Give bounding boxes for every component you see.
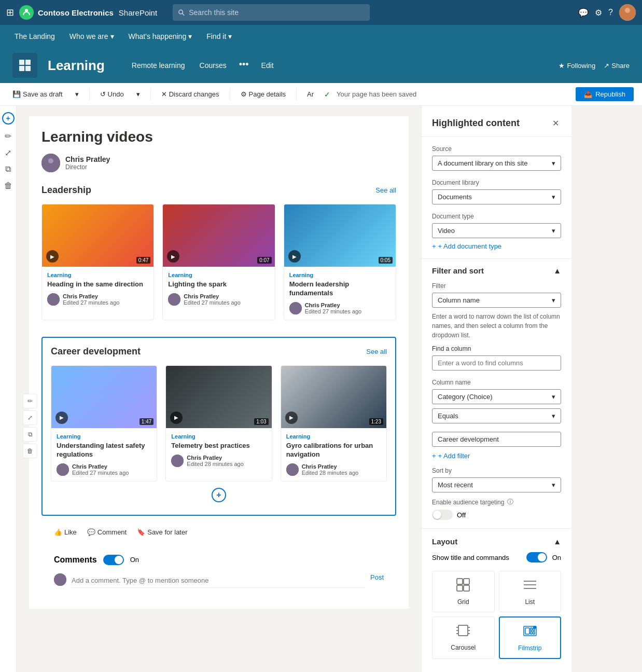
filter-dropdown[interactable]: Column name ▾ xyxy=(432,293,561,308)
filter-value-input[interactable] xyxy=(432,432,561,447)
comment-input[interactable] xyxy=(72,573,365,588)
section-copy-btn[interactable]: ⧉ xyxy=(23,427,37,442)
card-safety[interactable]: ▶ 1:47 Learning Understanding latest saf… xyxy=(51,365,157,482)
filter-sort-header[interactable]: Filter and sort ▲ xyxy=(422,259,571,282)
section-move-btn[interactable]: ⤢ xyxy=(23,410,37,425)
source-dropdown[interactable]: A document library on this site ▾ xyxy=(432,156,561,171)
filter-hint: Enter a word to narrow down the list of … xyxy=(432,312,561,340)
see-all-career[interactable]: See all xyxy=(366,348,387,355)
comments-section: Comments On Post xyxy=(41,546,396,596)
panel-close-button[interactable]: ✕ xyxy=(550,116,561,130)
site-nav-item-who[interactable]: Who we are ▾ xyxy=(63,28,120,45)
add-inside-section[interactable]: + xyxy=(212,488,226,502)
sidebar-edit-icon[interactable]: ✏ xyxy=(1,129,16,143)
play-icon-5[interactable]: ▶ xyxy=(170,412,183,424)
author-row: Chris Pratley Director xyxy=(41,154,396,172)
add-section-top[interactable]: + xyxy=(2,112,15,125)
page-nav-more[interactable]: ••• xyxy=(235,57,253,74)
undo-button[interactable]: ↺ Undo xyxy=(96,88,128,100)
following-button[interactable]: ★ Following xyxy=(559,62,595,70)
doctype-dropdown[interactable]: Video ▾ xyxy=(432,223,561,238)
show-title-toggle[interactable] xyxy=(526,552,547,563)
play-icon-3[interactable]: ▶ xyxy=(288,250,301,263)
collapse-icon: ▲ xyxy=(553,266,561,275)
edit-button[interactable]: Edit xyxy=(255,57,280,74)
like-button[interactable]: 👍 Like xyxy=(54,528,77,536)
add-doc-type-button[interactable]: + + Add document type xyxy=(432,242,561,250)
svg-point-17 xyxy=(54,573,66,586)
find-column-input[interactable] xyxy=(432,355,561,371)
draft-dropdown[interactable]: ▾ xyxy=(71,88,83,100)
layout-option-carousel[interactable]: Carousel xyxy=(432,616,495,659)
page-nav-courses[interactable]: Courses xyxy=(193,57,233,74)
sidebar-delete-icon[interactable]: 🗑 xyxy=(1,179,16,193)
star-icon: ★ xyxy=(559,62,565,70)
audience-toggle[interactable] xyxy=(432,510,453,520)
search-input[interactable] xyxy=(189,8,365,17)
section-edit-btn[interactable]: ✏ xyxy=(23,394,37,408)
left-sidebar: + ✏ ⤢ ⧉ 🗑 + xyxy=(0,106,17,672)
play-icon-4[interactable]: ▶ xyxy=(55,412,68,424)
comment-button[interactable]: 💬 Comment xyxy=(87,528,127,536)
layout-option-list[interactable]: List xyxy=(499,571,562,612)
list-label: List xyxy=(525,598,535,606)
search-box[interactable] xyxy=(173,4,370,21)
find-column-label: Find a column xyxy=(432,345,561,352)
doctype-label: Document type xyxy=(432,213,561,220)
comments-toggle[interactable] xyxy=(103,555,124,565)
card-thumb-5: ▶ 1:03 xyxy=(166,366,271,428)
column-chevron-icon: ▾ xyxy=(552,393,555,401)
play-icon[interactable]: ▶ xyxy=(46,250,59,263)
card-modern-leadership[interactable]: ▶ 0:05 Learning Modern leadership fundam… xyxy=(284,204,396,320)
card-gyro[interactable]: ▶ 1:23 Learning Gyro calibrations for ur… xyxy=(281,365,387,482)
undo-dropdown[interactable]: ▾ xyxy=(132,88,144,100)
auto-save-button[interactable]: Ar xyxy=(303,88,318,100)
site-nav-item-find[interactable]: Find it ▾ xyxy=(200,28,238,45)
sort-by-dropdown[interactable]: Most recent ▾ xyxy=(432,477,561,492)
plus-icon: + xyxy=(432,242,436,250)
card-heading-same[interactable]: ▶ 0:47 Learning Heading in the same dire… xyxy=(41,204,154,320)
duration-6: 1:23 xyxy=(369,418,383,425)
save-icon: 💾 xyxy=(12,90,21,98)
equals-dropdown[interactable]: Equals ▾ xyxy=(432,408,561,423)
add-filter-button[interactable]: + + Add filter xyxy=(432,452,561,460)
svg-rect-5 xyxy=(19,60,24,65)
post-button[interactable]: Post xyxy=(370,573,384,581)
section-edit-toolbar: ✏ ⤢ ⧉ 🗑 xyxy=(23,394,37,458)
sort-chevron-icon: ▾ xyxy=(552,481,555,489)
site-nav-item-happening[interactable]: What's happening ▾ xyxy=(122,28,199,45)
play-icon-6[interactable]: ▶ xyxy=(285,412,298,424)
page-details-button[interactable]: ⚙ Page details xyxy=(236,88,290,100)
page-nav-remote-learning[interactable]: Remote learning xyxy=(125,57,191,74)
layout-option-filmstrip[interactable]: Filmstrip xyxy=(499,616,562,659)
share-button[interactable]: ↗ Share xyxy=(604,62,630,70)
brand-logo[interactable]: Contoso Electronics xyxy=(19,5,114,20)
discard-button[interactable]: ✕ Discard changes xyxy=(157,88,224,100)
sidebar-copy-icon[interactable]: ⧉ xyxy=(1,162,16,176)
layout-option-grid[interactable]: Grid xyxy=(432,571,495,612)
library-dropdown[interactable]: Documents ▾ xyxy=(432,189,561,204)
settings-icon[interactable]: ⚙ xyxy=(595,8,602,18)
site-nav-item-landing[interactable]: The Landing xyxy=(8,28,61,45)
chat-icon[interactable]: 💬 xyxy=(578,8,589,18)
section-delete-btn[interactable]: 🗑 xyxy=(23,444,37,458)
user-avatar[interactable] xyxy=(619,4,636,21)
see-all-leadership[interactable]: See all xyxy=(375,186,396,194)
waffle-icon[interactable]: ⊞ xyxy=(6,7,14,18)
sidebar-move-icon[interactable]: ⤢ xyxy=(1,145,16,160)
panel-source-section: Source A document library on this site ▾ xyxy=(422,137,571,179)
card-author-name-2: Chris Pratley xyxy=(184,293,240,299)
check-icon: ✓ xyxy=(324,90,330,99)
brand-icon xyxy=(19,5,34,20)
card-telemetry[interactable]: ▶ 1:03 Learning Telemetry best practices xyxy=(165,365,272,482)
republish-button[interactable]: 📤 Republish xyxy=(576,87,634,101)
save-for-later-button[interactable]: 🔖 Save for later xyxy=(137,528,187,536)
card-lighting[interactable]: ▶ 0:07 Learning Lighting the spark xyxy=(162,204,275,320)
svg-line-2 xyxy=(183,13,185,16)
help-icon[interactable]: ? xyxy=(608,8,613,17)
column-name-dropdown[interactable]: Category (Choice) ▾ xyxy=(432,389,561,404)
play-icon-2[interactable]: ▶ xyxy=(167,250,179,263)
layout-section-header[interactable]: Layout ▲ xyxy=(432,537,561,546)
save-as-draft-button[interactable]: 💾 Save as draft xyxy=(8,88,67,100)
filmstrip-label: Filmstrip xyxy=(518,644,541,652)
